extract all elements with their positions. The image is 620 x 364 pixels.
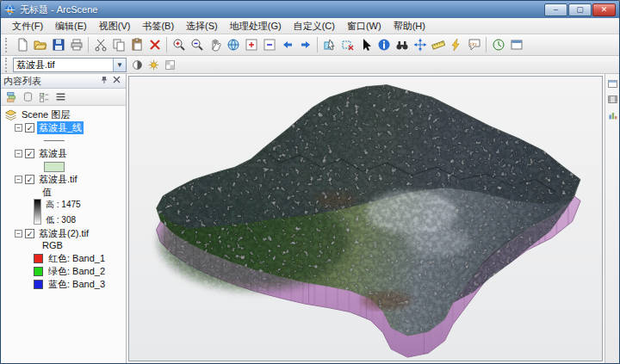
close-button[interactable]: ✕ (592, 3, 616, 16)
layer-row-polygon[interactable]: − ✓ 荔波县 (15, 147, 126, 160)
red-band-swatch (34, 254, 43, 263)
back-extent-button[interactable] (278, 36, 296, 54)
toc-close-button[interactable] (110, 76, 123, 87)
toc-toolbar (1, 89, 126, 106)
layer-combobox-value: 荔波县.tif (14, 59, 113, 71)
scene-viewport[interactable] (128, 76, 603, 361)
list-by-drawing-order-button[interactable] (4, 90, 19, 104)
layer-row-dem[interactable]: − ✓ 荔波县.tif (15, 173, 126, 186)
line-symbol[interactable] (44, 140, 65, 141)
polygon-symbol[interactable] (44, 162, 65, 172)
chevron-down-icon[interactable]: ▼ (113, 59, 126, 71)
select-features-button[interactable] (320, 36, 338, 54)
zoom-out-button[interactable] (188, 36, 206, 54)
green-band-label: 绿色: Band_2 (46, 265, 107, 278)
fixed-zoom-out-button[interactable] (260, 36, 278, 54)
toolbar-grip[interactable] (5, 38, 9, 52)
select-elements-button[interactable] (356, 36, 375, 54)
titlebar[interactable]: 无标题 - ArcScene – ▢ ✕ (1, 1, 619, 18)
clock-icon (492, 38, 505, 52)
scissors-icon (94, 38, 108, 52)
layer-label-dem[interactable]: 荔波县.tif (37, 173, 79, 186)
layer-checkbox[interactable]: ✓ (25, 229, 34, 238)
fixed-zoom-in-button[interactable] (242, 36, 260, 54)
menu-help[interactable]: 帮助(H) (388, 18, 431, 34)
scene-layers-row[interactable]: Scene 图层 (4, 108, 126, 121)
menu-window[interactable]: 窗口(W) (341, 18, 388, 34)
viewer-window-button[interactable] (507, 36, 525, 54)
layer-checkbox[interactable]: ✓ (25, 175, 34, 184)
layer-label-polygon[interactable]: 荔波县 (37, 147, 69, 160)
zoom-in-icon (172, 38, 186, 52)
menu-bookmarks[interactable]: 书签(B) (136, 18, 180, 34)
viewer-window-icon (607, 78, 618, 89)
delete-button[interactable] (146, 36, 164, 54)
line-symbol-row[interactable] (4, 134, 126, 147)
toc-panel: 内容列表 Scene 图层 − ✓ 荔波县_线 (1, 74, 127, 363)
toc-options-button[interactable] (53, 90, 68, 104)
collapse-icon[interactable]: − (15, 176, 22, 183)
transparency-button[interactable] (162, 57, 178, 72)
copy-button[interactable] (109, 36, 127, 54)
layer-combobox[interactable]: 荔波县.tif ▼ (13, 58, 127, 72)
menu-edit[interactable]: 编辑(E) (49, 18, 93, 34)
maximize-button[interactable]: ▢ (568, 3, 592, 16)
new-button[interactable] (13, 36, 31, 54)
open-button[interactable] (31, 36, 49, 54)
contrast-button[interactable] (129, 57, 146, 72)
menu-selection[interactable]: 选择(S) (180, 18, 224, 34)
paste-button[interactable] (127, 36, 146, 54)
rail-animation-button[interactable] (606, 93, 619, 106)
rail-viewer-window-button[interactable] (606, 77, 619, 90)
menu-geoprocessing[interactable]: 地理处理(G) (224, 18, 288, 34)
identify-button[interactable] (375, 36, 393, 54)
clear-selection-icon (341, 38, 355, 52)
layer-label-rgb[interactable]: 荔波县(2).tif (37, 227, 90, 240)
list-by-source-button[interactable] (21, 90, 35, 104)
rail-toolbar-options-button[interactable] (606, 108, 619, 121)
red-band-label: 红色: Band_1 (46, 252, 107, 265)
layer-label-line[interactable]: 荔波县_线 (37, 121, 84, 134)
menu-customize[interactable]: 自定义(C) (288, 18, 341, 34)
layer-row-line[interactable]: − ✓ 荔波县_线 (15, 121, 126, 134)
hyperlink-button[interactable] (447, 36, 465, 54)
layer-row-rgb[interactable]: − ✓ 荔波县(2).tif (15, 227, 126, 240)
find-button[interactable] (393, 36, 411, 54)
full-extent-button[interactable] (224, 36, 242, 54)
go-to-xy-button[interactable] (411, 36, 429, 54)
menu-view[interactable]: 视图(V) (93, 18, 137, 34)
layer-checkbox[interactable]: ✓ (25, 149, 34, 158)
minimize-button[interactable]: – (544, 3, 567, 16)
window-controls: – ▢ ✕ (544, 3, 616, 16)
cut-button[interactable] (91, 36, 109, 54)
measure-button[interactable] (429, 36, 447, 54)
fixed-zoom-out-icon (263, 38, 276, 52)
pan-button[interactable] (206, 36, 224, 54)
toc-pin-button[interactable] (97, 76, 110, 87)
brightness-button[interactable] (146, 57, 162, 72)
brightness-sun-icon (148, 59, 159, 71)
list-by-visibility-button[interactable] (37, 90, 52, 104)
toc-tree: Scene 图层 − ✓ 荔波县_线 − ✓ 荔波县 (1, 106, 126, 363)
layer-checkbox[interactable]: ✓ (25, 123, 34, 133)
polygon-symbol-row[interactable] (4, 160, 126, 173)
forward-extent-button[interactable] (296, 36, 314, 54)
clear-selection-button[interactable] (338, 36, 356, 54)
save-button[interactable] (49, 36, 67, 54)
terrain-3d-render (129, 77, 602, 361)
pan-hand-icon (208, 38, 222, 52)
collapse-icon[interactable]: − (15, 230, 22, 238)
film-strip-icon (607, 94, 618, 105)
crosshair-xy-icon (413, 38, 427, 52)
transparency-checker-icon (164, 59, 176, 71)
ramp-high-label: 高 : 1475 (46, 199, 81, 211)
toolbar-grip[interactable] (5, 58, 9, 72)
print-button[interactable] (67, 36, 85, 54)
toc-header[interactable]: 内容列表 (1, 74, 126, 89)
html-popup-button[interactable] (465, 36, 483, 54)
zoom-in-button[interactable] (170, 36, 188, 54)
collapse-icon[interactable]: − (15, 150, 22, 157)
collapse-icon[interactable]: − (15, 124, 22, 132)
time-slider-button[interactable] (489, 36, 507, 54)
menu-file[interactable]: 文件(F) (6, 18, 49, 34)
